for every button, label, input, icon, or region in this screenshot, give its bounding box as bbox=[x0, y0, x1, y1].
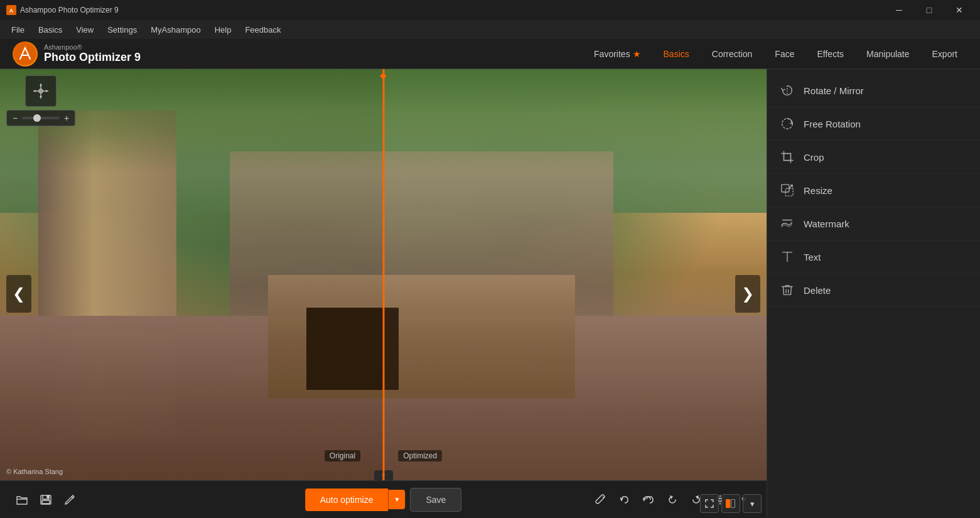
panel-label-resize: Resize bbox=[804, 185, 832, 196]
free-rotation-icon bbox=[780, 116, 795, 131]
svg-rect-18 bbox=[784, 154, 791, 161]
panel-item-crop[interactable]: Crop bbox=[767, 141, 980, 174]
panel-item-rotate-mirror[interactable]: Rotate / Mirror bbox=[767, 74, 980, 107]
zoom-slider[interactable] bbox=[22, 117, 60, 119]
window-title: Ashampoo Photo Optimizer 9 bbox=[20, 6, 885, 14]
nav-links: Favorites ★ Basics Correction Face Effec… bbox=[584, 44, 967, 64]
nav-favorites[interactable]: Favorites ★ bbox=[584, 44, 650, 64]
undo-button[interactable] bbox=[615, 490, 635, 510]
rotate-mirror-icon bbox=[780, 83, 795, 98]
panel-label-watermark: Watermark bbox=[804, 219, 849, 229]
split-handle[interactable]: ◆ bbox=[377, 69, 390, 82]
svg-text:A: A bbox=[9, 8, 14, 14]
nav-manipulate[interactable]: Manipulate bbox=[856, 44, 920, 64]
photo-labels: Original Optimized bbox=[0, 450, 767, 461]
titlebar: A Ashampoo Photo Optimizer 9 ─ □ ✕ bbox=[0, 0, 980, 20]
prev-arrow-icon: ❮ bbox=[13, 285, 25, 303]
open-file-button[interactable] bbox=[13, 490, 31, 509]
menu-settings[interactable]: Settings bbox=[101, 23, 143, 37]
window-controls: ─ □ ✕ bbox=[885, 0, 974, 20]
split-line bbox=[382, 69, 384, 480]
zoom-in-button[interactable]: + bbox=[62, 113, 71, 123]
menu-myashampoo[interactable]: MyAshampoo bbox=[144, 23, 207, 37]
prev-image-button[interactable]: ❮ bbox=[6, 275, 31, 313]
menubar: File Basics View Settings MyAshampoo Hel… bbox=[0, 20, 980, 39]
panel-label-delete: Delete bbox=[804, 285, 831, 296]
svg-rect-11 bbox=[731, 500, 735, 508]
app-name: Photo Optimizer 9 bbox=[44, 51, 141, 64]
zoom-controls: − + bbox=[6, 75, 75, 126]
label-original: Original bbox=[325, 450, 360, 461]
menu-view[interactable]: View bbox=[70, 23, 100, 37]
svg-marker-8 bbox=[46, 90, 48, 92]
panel-label-free-rotation: Free Rotation bbox=[804, 119, 861, 129]
crop-icon bbox=[780, 149, 795, 165]
next-arrow-icon: ❯ bbox=[741, 285, 754, 303]
svg-marker-7 bbox=[33, 90, 36, 92]
app-logo: Ashampoo® Photo Optimizer 9 bbox=[13, 41, 141, 67]
panel-item-free-rotation[interactable]: Free Rotation bbox=[767, 107, 980, 141]
save-button[interactable]: Save bbox=[410, 488, 461, 512]
panel-item-resize[interactable]: Resize bbox=[767, 174, 980, 207]
menu-file[interactable]: File bbox=[5, 23, 31, 37]
auto-optimize-button[interactable]: Auto optimize bbox=[305, 488, 389, 511]
panel-item-watermark[interactable]: Watermark bbox=[767, 207, 980, 240]
menu-basics[interactable]: Basics bbox=[32, 23, 68, 37]
photo-container: ◆ © Katharina Stang Original Optimized bbox=[0, 69, 767, 480]
svg-point-2 bbox=[14, 43, 36, 65]
canvas-area: − + bbox=[0, 69, 767, 518]
photo-main: ◆ © Katharina Stang Original Optimized bbox=[0, 69, 767, 480]
rotate-ccw-button[interactable] bbox=[662, 490, 682, 510]
panel-item-text[interactable]: Text bbox=[767, 240, 980, 274]
auto-optimize-wrapper: Auto optimize ▼ bbox=[305, 488, 406, 511]
undo-all-button[interactable] bbox=[638, 490, 659, 510]
svg-rect-13 bbox=[47, 495, 49, 498]
auto-optimize-dropdown[interactable]: ▼ bbox=[389, 490, 406, 509]
save-file-button[interactable] bbox=[36, 490, 55, 509]
canvas-bottom-controls: ▾ bbox=[700, 494, 762, 513]
app-icon: A bbox=[6, 5, 16, 15]
resize-icon bbox=[780, 183, 795, 198]
view-options-dropdown[interactable]: ▾ bbox=[743, 494, 762, 513]
pan-control[interactable] bbox=[25, 75, 57, 107]
tools-button[interactable] bbox=[591, 490, 611, 510]
nav-export[interactable]: Export bbox=[922, 44, 967, 64]
bottom-center-controls: Auto optimize ▼ Save bbox=[305, 488, 462, 512]
minimize-button[interactable]: ─ bbox=[885, 0, 913, 20]
label-optimized: Optimized bbox=[398, 450, 442, 461]
menu-feedback[interactable]: Feedback bbox=[239, 23, 287, 37]
nav-face[interactable]: Face bbox=[765, 44, 804, 64]
delete-icon bbox=[780, 283, 795, 298]
logo-icon bbox=[13, 41, 38, 67]
watermark-icon bbox=[780, 216, 795, 231]
svg-marker-6 bbox=[40, 96, 42, 99]
nav-correction[interactable]: Correction bbox=[702, 44, 763, 64]
next-image-button[interactable]: ❯ bbox=[735, 275, 760, 313]
nav-basics[interactable]: Basics bbox=[654, 44, 699, 64]
main-content: − + bbox=[0, 69, 980, 518]
app-name-container: Ashampoo® Photo Optimizer 9 bbox=[44, 43, 141, 64]
panel-label-crop: Crop bbox=[804, 152, 824, 163]
menu-help[interactable]: Help bbox=[208, 23, 238, 37]
fullscreen-button[interactable] bbox=[700, 494, 719, 513]
close-button[interactable]: ✕ bbox=[945, 0, 974, 20]
bottom-bar: Auto optimize ▼ Save bbox=[0, 480, 767, 518]
photo-copyright: © Katharina Stang bbox=[6, 468, 63, 475]
topnav: Ashampoo® Photo Optimizer 9 Favorites ★ … bbox=[0, 39, 980, 69]
text-icon bbox=[780, 249, 795, 264]
panel-item-delete[interactable]: Delete bbox=[767, 274, 980, 307]
svg-rect-10 bbox=[726, 500, 730, 508]
maximize-button[interactable]: □ bbox=[915, 0, 944, 20]
split-handle-icon: ◆ bbox=[380, 70, 387, 80]
app-brand: Ashampoo® bbox=[44, 43, 141, 51]
right-panel: Rotate / Mirror Free Rotation bbox=[767, 69, 980, 518]
nav-effects[interactable]: Effects bbox=[807, 44, 854, 64]
panel-label-rotate-mirror: Rotate / Mirror bbox=[804, 85, 864, 96]
zoom-thumb[interactable] bbox=[33, 114, 41, 122]
svg-marker-5 bbox=[40, 84, 42, 86]
view-mode-button[interactable] bbox=[721, 494, 740, 513]
bottom-left-icons bbox=[13, 490, 79, 509]
zoom-slider-container: − + bbox=[6, 110, 75, 126]
zoom-out-button[interactable]: − bbox=[11, 113, 19, 123]
brush-tool-button[interactable] bbox=[60, 490, 79, 509]
